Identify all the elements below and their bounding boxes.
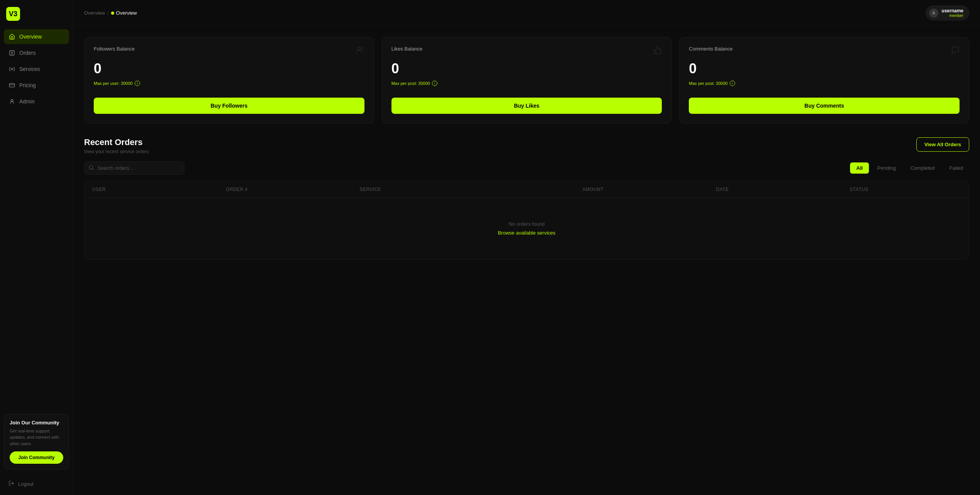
main-content: Overview / Overview username member <box>73 0 980 495</box>
community-description: Get real-time support, updates, and conn… <box>10 428 63 447</box>
logout-label: Logout <box>18 481 34 487</box>
breadcrumb: Overview / Overview <box>84 10 137 16</box>
likes-icon <box>653 46 662 57</box>
page-content: Followers Balance 0 Max per user: 30000 … <box>73 26 980 270</box>
sidebar-item-label: Overview <box>19 34 42 40</box>
breadcrumb-parent: Overview <box>84 10 105 16</box>
sidebar-item-orders[interactable]: Orders <box>4 46 69 60</box>
breadcrumb-dot <box>111 12 114 15</box>
likes-balance-card: Likes Balance 0 Max per post: 30000 i Bu… <box>382 37 672 123</box>
svg-point-9 <box>933 12 934 13</box>
browse-services-link[interactable]: Browse available services <box>498 230 556 236</box>
search-icon <box>89 165 94 171</box>
user-menu[interactable]: username member <box>926 5 969 20</box>
sidebar-item-pricing[interactable]: Pricing <box>4 78 69 93</box>
followers-max-info-icon: i <box>135 81 140 86</box>
th-amount: Amount <box>582 187 716 192</box>
filter-tab-pending[interactable]: Pending <box>871 162 902 174</box>
username: username <box>941 8 963 14</box>
th-date: Date <box>716 187 850 192</box>
th-user: User <box>92 187 226 192</box>
avatar <box>929 8 938 18</box>
svg-line-13 <box>93 169 94 170</box>
view-all-orders-button[interactable]: View All Orders <box>916 137 969 152</box>
followers-icon <box>356 46 364 57</box>
admin-icon <box>8 98 15 105</box>
sidebar-item-label: Services <box>19 66 40 72</box>
logout-icon <box>8 480 14 487</box>
buy-likes-button[interactable]: Buy Likes <box>391 98 662 114</box>
table-header-row: User Order # Service Amount Date Status <box>84 181 969 198</box>
likes-max-info-icon: i <box>432 81 437 86</box>
logo: V3 <box>6 7 20 21</box>
user-role: member <box>941 14 963 18</box>
comments-balance-card: Comments Balance 0 Max per post: 30000 i… <box>679 37 969 123</box>
recent-orders-title: Recent Orders <box>84 137 149 147</box>
search-orders-input[interactable] <box>84 161 184 175</box>
breadcrumb-current: Overview <box>111 10 137 16</box>
join-community-button[interactable]: Join Community <box>10 451 63 464</box>
followers-balance-label: Followers Balance <box>94 46 135 52</box>
card-header: Comments Balance <box>689 46 960 57</box>
sidebar-item-label: Pricing <box>19 82 36 88</box>
svg-point-10 <box>358 47 360 50</box>
recent-orders-title-area: Recent Orders View your recent service o… <box>84 137 149 154</box>
comments-icon <box>951 46 960 57</box>
th-service: Service <box>359 187 582 192</box>
balance-cards: Followers Balance 0 Max per user: 30000 … <box>84 37 969 123</box>
buy-followers-button[interactable]: Buy Followers <box>94 98 364 114</box>
search-wrapper <box>84 161 184 175</box>
likes-balance-label: Likes Balance <box>391 46 423 52</box>
filter-tab-failed[interactable]: Failed <box>943 162 969 174</box>
comments-balance-label: Comments Balance <box>689 46 732 52</box>
followers-balance-card: Followers Balance 0 Max per user: 30000 … <box>84 37 374 123</box>
filter-tabs: All Pending Completed Failed <box>850 162 969 174</box>
pricing-icon <box>8 82 15 89</box>
breadcrumb-separator: / <box>107 10 109 16</box>
followers-max: Max per user: 30000 i <box>94 81 364 86</box>
community-box: Join Our Community Get real-time support… <box>4 414 69 470</box>
orders-table: User Order # Service Amount Date Status … <box>84 181 969 260</box>
svg-point-12 <box>89 166 93 169</box>
svg-point-7 <box>11 100 13 101</box>
home-icon <box>8 33 15 40</box>
svg-point-4 <box>11 68 13 70</box>
sidebar: V3 Overview Orders <box>0 0 73 495</box>
likes-balance-value: 0 <box>391 61 662 77</box>
sidebar-item-overview[interactable]: Overview <box>4 29 69 44</box>
community-title: Join Our Community <box>10 420 63 426</box>
services-icon <box>8 66 15 73</box>
comments-balance-value: 0 <box>689 61 960 77</box>
buy-comments-button[interactable]: Buy Comments <box>689 98 960 114</box>
recent-orders-subtitle: View your recent service orders <box>84 149 149 154</box>
comments-max: Max per post: 30000 i <box>689 81 960 86</box>
orders-controls: All Pending Completed Failed <box>84 161 969 175</box>
logout-button[interactable]: Logout <box>0 476 73 495</box>
filter-tab-completed[interactable]: Completed <box>904 162 941 174</box>
svg-rect-5 <box>9 83 14 87</box>
sidebar-item-label: Admin <box>19 98 35 105</box>
likes-max: Max per post: 30000 i <box>391 81 662 86</box>
followers-balance-value: 0 <box>94 61 364 77</box>
empty-state-text: No orders found <box>92 221 961 227</box>
svg-point-11 <box>361 47 364 50</box>
comments-max-info-icon: i <box>730 81 735 86</box>
topbar: Overview / Overview username member <box>73 0 980 26</box>
table-empty-state: No orders found Browse available service… <box>84 198 969 259</box>
card-header: Likes Balance <box>391 46 662 57</box>
card-header: Followers Balance <box>94 46 364 57</box>
sidebar-item-label: Orders <box>19 50 36 56</box>
user-info: username member <box>941 8 963 18</box>
logo-area: V3 <box>0 0 73 26</box>
filter-tab-all[interactable]: All <box>850 162 869 174</box>
sidebar-item-admin[interactable]: Admin <box>4 94 69 109</box>
th-status: Status <box>850 187 961 192</box>
th-order: Order # <box>226 187 360 192</box>
sidebar-nav: Overview Orders Services <box>0 26 73 410</box>
recent-orders-header: Recent Orders View your recent service o… <box>84 137 969 154</box>
sidebar-item-services[interactable]: Services <box>4 62 69 76</box>
orders-icon <box>8 49 15 56</box>
